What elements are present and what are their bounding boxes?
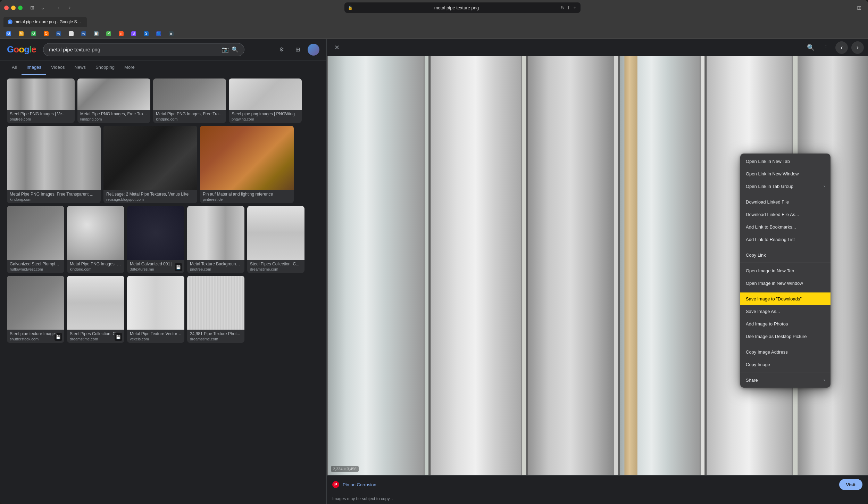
nav-shopping[interactable]: Shopping <box>91 60 119 75</box>
apps-icon[interactable]: ⊞ <box>292 44 303 56</box>
image-card[interactable]: Metal Pipe PNG Images, Free Transparent … <box>153 79 226 123</box>
user-avatar[interactable] <box>308 44 319 56</box>
share-submenu-arrow-icon: › <box>824 378 825 382</box>
use-image-as-desktop-picture[interactable]: Use Image as Desktop Picture <box>740 330 831 342</box>
image-card[interactable]: Metal Pipe PNG Images, Free Transparent … <box>7 126 101 203</box>
share-menu-item[interactable]: Share › <box>740 374 831 386</box>
open-image-new-window[interactable]: Open Image in New Window <box>740 277 831 289</box>
bookmark-item-4[interactable]: O <box>41 30 51 38</box>
image-card[interactable]: 💾 Steel pipe texture Images, Stock Photo… <box>7 276 64 343</box>
nav-news[interactable]: News <box>70 60 91 75</box>
image-card[interactable]: Galvanized Steel Plumping Pipes ... nufl… <box>7 206 64 273</box>
image-row-3: Galvanized Steel Plumping Pipes ... nufl… <box>7 206 319 273</box>
pin-title[interactable]: Pin on Corrosion <box>343 482 376 487</box>
download-linked-file-as[interactable]: Download Linked File As... <box>740 208 831 221</box>
image-card[interactable]: Metal Texture Background ... pngtree.com <box>187 206 244 273</box>
image-source: 3dtextures.me <box>130 267 182 271</box>
bookmark-item-14[interactable]: B <box>166 30 176 38</box>
bookmark-item-2[interactable]: M <box>16 30 26 38</box>
image-source: dreamstime.com <box>190 337 242 341</box>
more-options-button[interactable]: ⋮ <box>820 42 832 53</box>
open-link-tab-group[interactable]: Open Link in Tab Group › <box>740 180 831 192</box>
search-nav: All Images Videos News Shopping More <box>0 60 326 75</box>
bookmark-item-9[interactable]: P <box>103 30 114 38</box>
window-menu-button[interactable]: ⌄ <box>39 3 47 12</box>
bookmark-item-11[interactable]: S <box>128 30 139 38</box>
bookmark-item-13[interactable]: 🔵 <box>153 30 164 38</box>
nav-videos[interactable]: Videos <box>46 60 70 75</box>
image-card[interactable]: Steel Pipes Collection. C... dreamstime.… <box>247 206 304 273</box>
open-link-new-tab[interactable]: Open Link in New Tab <box>740 155 831 167</box>
new-tab-icon[interactable]: ＋ <box>573 5 577 11</box>
pinterest-logo: P <box>332 481 339 488</box>
nav-more[interactable]: More <box>119 60 140 75</box>
image-row-2: Metal Pipe PNG Images, Free Transparent … <box>7 126 319 203</box>
maximize-button[interactable] <box>18 6 23 10</box>
image-card[interactable]: Metal Pipe PNG Images, Free Transparent … <box>77 79 150 123</box>
copy-image-address[interactable]: Copy Image Address <box>740 346 831 358</box>
save-image-as[interactable]: Save Image As... <box>740 305 831 317</box>
add-link-to-bookmarks[interactable]: Add Link to Bookmarks... <box>740 221 831 233</box>
bookmark-item-10[interactable]: Tr <box>116 30 126 38</box>
copy-image[interactable]: Copy Image <box>740 358 831 371</box>
bookmark-item-6[interactable]: — <box>66 30 76 38</box>
bookmark-item-5[interactable]: W <box>53 30 64 38</box>
context-menu-section-3: Copy Link <box>740 247 831 263</box>
reload-icon[interactable]: ↻ <box>561 5 565 10</box>
next-image-button[interactable]: › <box>851 41 864 54</box>
copy-link[interactable]: Copy Link <box>740 249 831 261</box>
side-panel-footer: P Pin on Corrosion Visit <box>327 475 868 494</box>
back-button[interactable]: ‹ <box>54 3 64 13</box>
search-image-button[interactable]: 🔍 <box>805 42 817 53</box>
image-card[interactable]: 💾 Metal Galvanized 001 | ... 3dtextures.… <box>127 206 184 273</box>
search-box[interactable]: metal pipe texture png 📷 🔍 <box>43 43 244 56</box>
image-title: Pin auf Material and lighting reference <box>203 192 291 197</box>
close-button[interactable] <box>4 6 9 10</box>
image-card[interactable]: Pin auf Material and lighting reference … <box>200 126 294 203</box>
bookmark-item-12[interactable]: S <box>141 30 151 38</box>
image-row-1: Steel Pipe PNG Images | Ve... pngtree.co… <box>7 79 319 123</box>
image-card[interactable]: Metal Pipe Texture Vector Download vexel… <box>127 276 184 343</box>
search-submit-icon[interactable]: 🔍 <box>232 46 239 53</box>
image-card[interactable]: 💾 Steel Pipes Collection. Construction .… <box>67 276 124 343</box>
image-source: shutterstock.com <box>10 337 61 341</box>
download-linked-file[interactable]: Download Linked File <box>740 196 831 208</box>
camera-icon[interactable]: 📷 <box>222 46 229 53</box>
nav-images[interactable]: Images <box>22 60 46 75</box>
minimize-button[interactable] <box>11 6 16 10</box>
nav-all[interactable]: All <box>7 60 22 75</box>
image-card[interactable]: Steel Pipe PNG Images | Ve... pngtree.co… <box>7 79 75 123</box>
sidebar-toggle-button[interactable]: ⊞ <box>28 3 36 12</box>
open-link-new-window[interactable]: Open Link in New Window <box>740 167 831 180</box>
share-icon[interactable]: ⬆ <box>567 5 570 10</box>
close-panel-button[interactable]: ✕ <box>331 42 343 53</box>
tab-favicon: G <box>8 19 12 24</box>
image-card[interactable]: Metal Pipe PNG Images, Free Transparen..… <box>67 206 124 273</box>
image-card[interactable]: ReUsage: 2 Metal Pipe Textures, Venus Li… <box>103 126 197 203</box>
address-bar[interactable]: 🔒 metal pipe texture png ↻ ⬆ ＋ <box>344 2 581 13</box>
image-card[interactable]: 24,981 Pipe Texture Phot... dreamstime.c… <box>187 276 244 343</box>
image-source: vexels.com <box>130 337 182 341</box>
grid-view-button[interactable]: ⊞ <box>854 3 864 13</box>
bookmark-item-3[interactable]: G <box>28 30 39 38</box>
side-panel-header: ✕ 🔍 ⋮ ‹ › <box>327 39 868 56</box>
bookmark-item-7[interactable]: W <box>78 30 89 38</box>
image-source: pngwing.com <box>232 117 299 121</box>
prev-image-button[interactable]: ‹ <box>835 41 848 54</box>
active-tab[interactable]: G metal pipe texture png - Google Search <box>3 17 87 27</box>
url-text: metal pipe texture png <box>355 5 559 10</box>
save-image-to-downloads[interactable]: Save Image to "Downloads" <box>740 292 831 305</box>
visit-button[interactable]: Visit <box>839 479 862 490</box>
google-logo: Google <box>7 44 36 55</box>
image-title: Metal Pipe PNG Images, Free Transparent … <box>156 111 223 116</box>
add-image-to-photos[interactable]: Add Image to Photos <box>740 317 831 330</box>
bookmark-item-1[interactable]: G <box>3 30 14 38</box>
lock-icon: 🔒 <box>348 6 353 10</box>
forward-button[interactable]: › <box>65 3 75 13</box>
settings-icon[interactable]: ⚙ <box>276 44 287 56</box>
add-link-to-reading-list[interactable]: Add Link to Reading List <box>740 233 831 246</box>
open-image-new-tab[interactable]: Open Image in New Tab <box>740 264 831 277</box>
image-title: Metal Galvanized 001 | ... <box>130 262 182 266</box>
bookmark-item-8[interactable]: 📋 <box>91 30 101 38</box>
image-card[interactable]: Steel pipe png images | PNGWing pngwing.… <box>229 79 302 123</box>
